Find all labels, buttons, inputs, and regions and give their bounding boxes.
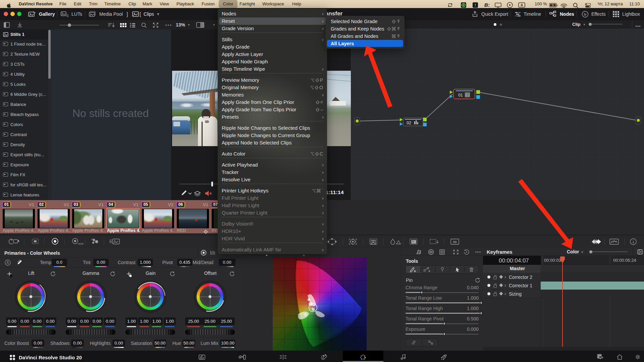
svg-text:3D: 3D xyxy=(453,240,457,244)
svg-text:A: A xyxy=(7,261,9,264)
svg-text:02: 02 xyxy=(407,121,411,125)
svg-text:HDR: HDR xyxy=(78,242,84,245)
svg-text:!: ! xyxy=(475,3,476,7)
svg-text:A: A xyxy=(521,3,523,7)
svg-text:B:: B: xyxy=(484,2,490,8)
svg-text:fx: fx xyxy=(584,12,587,16)
svg-text:01: 01 xyxy=(458,93,463,98)
